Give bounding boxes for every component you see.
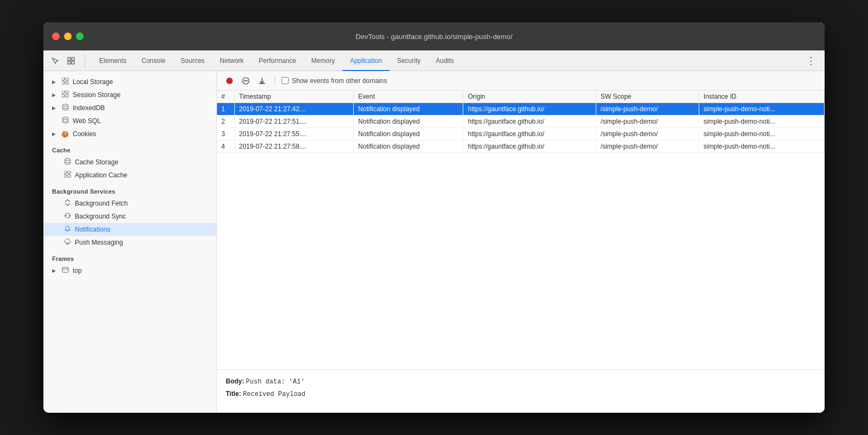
sidebar-label: Web SQL	[73, 117, 101, 125]
cell-3: https://gauntface.github.io/	[463, 128, 596, 140]
cell-5: simple-push-demo-noti...	[699, 140, 824, 153]
cell-2: Notification displayed	[354, 140, 463, 153]
clear-button[interactable]	[240, 75, 252, 87]
table-row[interactable]: 32019-07-22 21:27:55....Notification dis…	[217, 128, 825, 140]
tab-console[interactable]: Console	[134, 51, 173, 71]
cell-4: /simple-push-demo/	[596, 140, 699, 153]
sidebar-item-background-sync[interactable]: Background Sync	[43, 210, 216, 223]
body-label: Body:	[226, 378, 244, 385]
sidebar-item-notifications[interactable]: Notifications	[43, 223, 216, 236]
cell-2: Notification displayed	[354, 128, 463, 140]
cache-section-header: Cache	[43, 140, 216, 156]
devtools-window: DevTools - gauntface.github.io/simple-pu…	[43, 22, 825, 413]
devtools-tabbar: Elements Console Sources Network Perform…	[43, 50, 825, 71]
close-button[interactable]	[52, 33, 60, 40]
cell-5: simple-push-demo-noti...	[699, 116, 824, 128]
tab-security[interactable]: Security	[390, 51, 428, 71]
table-row[interactable]: 42019-07-22 21:27:58....Notification dis…	[217, 140, 825, 153]
cell-4: /simple-push-demo/	[596, 116, 699, 128]
col-header-num: #	[217, 91, 234, 103]
svg-rect-17	[64, 175, 67, 177]
col-header-event: Event	[354, 91, 463, 103]
svg-rect-10	[62, 94, 65, 97]
grid-icon	[61, 91, 69, 99]
table-row[interactable]: 12019-07-22 21:27:42....Notification dis…	[217, 103, 825, 116]
svg-rect-18	[68, 175, 71, 177]
titlebar: DevTools - gauntface.github.io/simple-pu…	[43, 22, 825, 50]
sidebar-label: top	[73, 267, 82, 274]
panel-toolbar: Show events from other domains	[217, 71, 825, 91]
svg-point-13	[62, 117, 68, 119]
tab-audits[interactable]: Audits	[428, 51, 461, 71]
svg-rect-11	[66, 94, 68, 97]
cell-0: 1	[217, 103, 234, 116]
sidebar-item-top-frame[interactable]: ▶ top	[43, 264, 216, 277]
cell-1: 2019-07-22 21:27:58....	[234, 140, 354, 153]
cloud-icon	[63, 238, 72, 247]
sidebar-item-session-storage[interactable]: ▶ Session Storage	[43, 88, 216, 101]
svg-rect-15	[64, 171, 67, 174]
tab-network[interactable]: Network	[212, 51, 251, 71]
svg-rect-1	[72, 57, 74, 60]
cell-4: /simple-push-demo/	[596, 128, 699, 140]
cell-3: https://gauntface.github.io/	[463, 140, 596, 153]
svg-rect-4	[62, 78, 65, 80]
download-button[interactable]	[256, 75, 268, 87]
sidebar-item-application-cache[interactable]: Application Cache	[43, 169, 216, 182]
expand-arrow-icon: ▶	[52, 79, 59, 85]
tab-memory[interactable]: Memory	[304, 51, 342, 71]
sidebar-item-cache-storage[interactable]: Cache Storage	[43, 156, 216, 169]
record-button[interactable]	[224, 75, 235, 87]
col-header-sw-scope: SW Scope	[596, 91, 699, 103]
sidebar-item-web-sql[interactable]: ▶ Web SQL	[43, 114, 216, 127]
svg-point-12	[62, 104, 68, 106]
db-icon	[61, 117, 69, 125]
sidebar-label: Application Cache	[75, 171, 127, 179]
sidebar-label: Background Sync	[75, 213, 126, 220]
minimize-button[interactable]	[64, 33, 72, 40]
cell-4: /simple-push-demo/	[596, 103, 699, 116]
table-header-row: # Timestamp Event Origin SW Scope Instan…	[217, 91, 825, 103]
db-icon	[63, 158, 72, 167]
cell-0: 3	[217, 128, 234, 140]
sidebar-label: IndexedDB	[73, 104, 105, 112]
tab-application[interactable]: Application	[342, 51, 390, 71]
main-panel: Show events from other domains # Timesta…	[217, 71, 825, 413]
sidebar-item-cookies[interactable]: ▶ 🍪 Cookies	[43, 127, 216, 140]
sidebar-item-indexeddb[interactable]: ▶ IndexedDB	[43, 101, 216, 114]
sync-icon	[63, 212, 72, 221]
expand-arrow-icon: ▶	[52, 131, 59, 137]
sidebar-item-push-messaging[interactable]: Push Messaging	[43, 236, 216, 249]
cookie-icon: 🍪	[61, 131, 69, 138]
tab-performance[interactable]: Performance	[251, 51, 304, 71]
more-options-icon[interactable]: ⋮	[802, 55, 820, 67]
show-events-checkbox-label[interactable]: Show events from other domains	[282, 77, 387, 85]
cell-3: https://gauntface.github.io/	[463, 103, 596, 116]
table-row[interactable]: 22019-07-22 21:27:51....Notification dis…	[217, 116, 825, 128]
col-header-origin: Origin	[463, 91, 596, 103]
inspect-icon[interactable]	[64, 54, 78, 68]
show-events-checkbox[interactable]	[282, 77, 289, 84]
sidebar-item-local-storage[interactable]: ▶ Local Storage	[43, 75, 216, 88]
sidebar-item-background-fetch[interactable]: Background Fetch	[43, 197, 216, 210]
tab-sources[interactable]: Sources	[173, 51, 212, 71]
svg-point-24	[226, 78, 233, 84]
sidebar: ▶ Local Storage ▶ Session Storage ▶ Inde…	[43, 71, 217, 413]
title-label: Title:	[226, 390, 241, 398]
grid-icon	[63, 171, 72, 180]
notifications-table-wrapper: # Timestamp Event Origin SW Scope Instan…	[217, 91, 825, 369]
tab-elements[interactable]: Elements	[92, 51, 134, 71]
svg-rect-7	[66, 81, 68, 84]
cursor-icon[interactable]	[48, 54, 62, 68]
sidebar-label: Notifications	[75, 226, 110, 233]
devtools-icon-group	[48, 54, 85, 68]
detail-body-line: Body: Push data: 'A1'	[226, 376, 816, 387]
detail-panel: Body: Push data: 'A1' Title: Received Pa…	[217, 369, 825, 413]
maximize-button[interactable]	[76, 33, 84, 40]
svg-rect-6	[62, 81, 65, 84]
body-value: Push data: 'A1'	[246, 378, 304, 386]
bg-section-header: Background Services	[43, 182, 216, 197]
cell-1: 2019-07-22 21:27:51....	[234, 116, 354, 128]
expand-arrow-icon: ▶	[52, 92, 59, 98]
main-content: ▶ Local Storage ▶ Session Storage ▶ Inde…	[43, 71, 825, 413]
